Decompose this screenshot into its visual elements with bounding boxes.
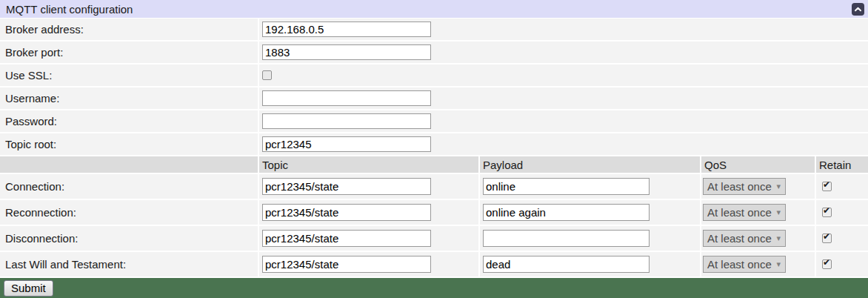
- submit-button[interactable]: Submit: [4, 280, 53, 297]
- dropdown-arrow-icon: ▾: [776, 182, 781, 191]
- reconnection-qos-select[interactable]: At least once ▾: [703, 204, 786, 221]
- panel-titlebar: MQTT client configuration: [0, 0, 868, 18]
- reconnection-topic-input[interactable]: [262, 204, 431, 221]
- broker-port-input[interactable]: [262, 44, 431, 60]
- row-label: Last Will and Testament:: [0, 252, 258, 277]
- topic-root-input[interactable]: [262, 136, 431, 152]
- qos-selected-value: At least once: [707, 206, 772, 219]
- field-label: Use SSL:: [0, 64, 258, 86]
- connection-retain-checkbox[interactable]: [822, 182, 832, 191]
- last-will-topic-input[interactable]: [262, 256, 431, 273]
- field-label: Password:: [0, 110, 258, 132]
- table-header-qos: QoS: [701, 156, 815, 173]
- table-row-reconnection: Reconnection: At least once ▾: [0, 200, 868, 225]
- field-row-use-ssl: Use SSL:: [0, 64, 868, 86]
- field-label: Broker port:: [0, 42, 258, 63]
- disconnection-payload-input[interactable]: [483, 230, 650, 247]
- dropdown-arrow-icon: ▾: [776, 208, 781, 216]
- field-row-broker-address: Broker address:: [0, 19, 868, 40]
- row-label: Disconnection:: [0, 226, 258, 251]
- broker-address-input[interactable]: [262, 21, 431, 37]
- field-row-username: Username:: [0, 87, 868, 109]
- field-row-broker-port: Broker port:: [0, 42, 868, 63]
- table-header-row: Topic Payload QoS Retain: [0, 156, 868, 173]
- panel-title: MQTT client configuration: [0, 3, 133, 16]
- collapse-button[interactable]: [852, 3, 864, 16]
- use-ssl-checkbox[interactable]: [262, 70, 272, 80]
- mqtt-config-panel: MQTT client configuration Broker address…: [0, 0, 868, 298]
- table-row-disconnection: Disconnection: At least once ▾: [0, 226, 868, 251]
- table-header-empty: [0, 156, 258, 173]
- password-input[interactable]: [262, 113, 431, 129]
- field-row-password: Password:: [0, 110, 868, 132]
- connection-qos-select[interactable]: At least once ▾: [703, 178, 786, 195]
- qos-selected-value: At least once: [707, 258, 772, 271]
- connection-payload-input[interactable]: [483, 178, 650, 195]
- field-label: Topic root:: [0, 133, 258, 155]
- last-will-qos-select[interactable]: At least once ▾: [703, 256, 786, 273]
- table-header-payload: Payload: [480, 156, 700, 173]
- field-row-topic-root: Topic root:: [0, 133, 868, 155]
- footer-bar: Submit: [0, 278, 868, 298]
- row-label: Connection:: [0, 174, 258, 199]
- disconnection-topic-input[interactable]: [262, 230, 431, 247]
- last-will-payload-input[interactable]: [483, 256, 650, 273]
- dropdown-arrow-icon: ▾: [776, 260, 781, 268]
- connection-topic-input[interactable]: [262, 178, 431, 195]
- username-input[interactable]: [262, 90, 431, 106]
- reconnection-payload-input[interactable]: [483, 204, 650, 221]
- qos-selected-value: At least once: [707, 180, 772, 193]
- last-will-retain-checkbox[interactable]: [822, 259, 832, 269]
- field-label: Username:: [0, 87, 258, 109]
- reconnection-retain-checkbox[interactable]: [822, 208, 832, 217]
- disconnection-retain-checkbox[interactable]: [822, 234, 832, 243]
- table-header-retain: Retain: [816, 156, 868, 173]
- chevron-up-icon: [854, 7, 862, 12]
- table-header-topic: Topic: [259, 156, 478, 173]
- table-row-last-will: Last Will and Testament: At least once ▾: [0, 252, 868, 277]
- dropdown-arrow-icon: ▾: [776, 234, 781, 242]
- qos-selected-value: At least once: [707, 232, 772, 245]
- disconnection-qos-select[interactable]: At least once ▾: [703, 230, 786, 247]
- row-label: Reconnection:: [0, 200, 258, 225]
- field-label: Broker address:: [0, 19, 258, 40]
- table-row-connection: Connection: At least once ▾: [0, 174, 868, 199]
